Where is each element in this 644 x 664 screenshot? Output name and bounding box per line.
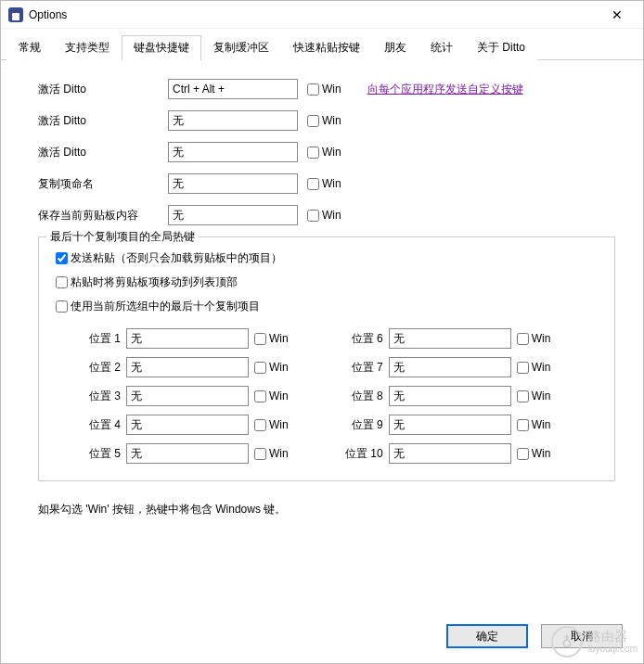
win-label: Win [269, 418, 289, 431]
position-row-9: 位置 9Win [344, 415, 551, 435]
position-label: 位置 7 [344, 360, 383, 376]
window-title: Options [29, 8, 67, 21]
position-win-8[interactable]: Win [517, 389, 551, 402]
position-label: 位置 5 [82, 446, 121, 462]
dialog-buttons: 确定 取消 [446, 624, 623, 648]
position-row-10: 位置 10Win [344, 443, 551, 464]
close-button[interactable]: ✕ [599, 1, 636, 29]
position-win-3[interactable]: Win [254, 389, 289, 402]
hotkey-row-2: 激活 DittoWin [38, 142, 615, 162]
win-label: Win [322, 114, 341, 127]
position-input-6[interactable] [389, 328, 511, 349]
hotkey-input-1[interactable] [168, 110, 298, 131]
position-row-7: 位置 7Win [344, 357, 551, 377]
position-input-5[interactable] [126, 443, 249, 464]
position-input-4[interactable] [126, 415, 249, 435]
position-row-2: 位置 2Win [82, 357, 289, 377]
tab-7[interactable]: 关于 Ditto [465, 35, 537, 60]
group-check-label: 使用当前所选组中的最后十个复制项目 [71, 299, 260, 314]
position-label: 位置 10 [344, 446, 383, 462]
ok-button[interactable]: 确定 [446, 624, 528, 648]
tab-1[interactable]: 支持类型 [53, 35, 122, 60]
position-input-8[interactable] [389, 386, 511, 406]
hotkey-label: 复制项命名 [38, 176, 159, 192]
tab-3[interactable]: 复制缓冲区 [201, 35, 281, 60]
win-label: Win [322, 209, 341, 222]
titlebar: Options ✕ [1, 1, 643, 29]
position-input-7[interactable] [389, 357, 511, 377]
win-label: Win [322, 83, 341, 96]
hotkey-row-0: 激活 DittoWin向每个应用程序发送自定义按键 [38, 79, 615, 99]
tab-strip: 常规支持类型键盘快捷键复制缓冲区快速粘贴按键朋友统计关于 Ditto [1, 29, 643, 60]
hotkey-input-0[interactable] [168, 79, 298, 99]
win-label: Win [322, 146, 341, 159]
position-label: 位置 6 [344, 331, 383, 347]
position-label: 位置 2 [82, 360, 121, 376]
tab-0[interactable]: 常规 [6, 35, 53, 60]
position-input-2[interactable] [126, 357, 249, 377]
group-check-2[interactable]: 使用当前所选组中的最后十个复制项目 [56, 299, 260, 314]
position-win-1[interactable]: Win [254, 332, 289, 345]
win-label: Win [322, 177, 341, 190]
group-check-0[interactable]: 发送粘贴（否则只会加载剪贴板中的项目） [56, 250, 282, 266]
position-input-9[interactable] [389, 415, 511, 435]
win-checkbox-4[interactable]: Win [307, 209, 341, 222]
win-label: Win [532, 447, 551, 460]
position-row-4: 位置 4Win [82, 415, 289, 435]
win-label: Win [269, 361, 289, 374]
position-row-8: 位置 8Win [344, 386, 551, 406]
group-check-1[interactable]: 粘贴时将剪贴板项移动到列表顶部 [56, 275, 238, 290]
hotkey-row-4: 保存当前剪贴板内容Win [38, 205, 615, 225]
hotkey-label: 激活 Ditto [38, 82, 159, 97]
win-checkbox-2[interactable]: Win [307, 146, 341, 159]
position-label: 位置 8 [344, 389, 383, 404]
win-checkbox-0[interactable]: Win [307, 83, 341, 96]
position-win-2[interactable]: Win [254, 361, 289, 374]
hotkey-label: 保存当前剪贴板内容 [38, 208, 159, 223]
tab-content: 激活 DittoWin向每个应用程序发送自定义按键激活 DittoWin激活 D… [1, 60, 643, 527]
win-checkbox-3[interactable]: Win [307, 177, 341, 190]
position-input-10[interactable] [389, 443, 511, 464]
position-row-3: 位置 3Win [82, 386, 289, 406]
tab-4[interactable]: 快速粘贴按键 [281, 35, 372, 60]
tab-5[interactable]: 朋友 [372, 35, 419, 60]
hotkey-row-3: 复制项命名Win [38, 173, 615, 194]
position-input-3[interactable] [126, 386, 249, 406]
position-label: 位置 9 [344, 417, 383, 433]
hotkey-input-4[interactable] [168, 205, 298, 225]
cancel-button[interactable]: 取消 [541, 624, 623, 648]
position-label: 位置 4 [82, 417, 121, 433]
group-check-label: 粘贴时将剪贴板项移动到列表顶部 [71, 275, 238, 290]
positions-grid: 位置 1Win位置 2Win位置 3Win位置 4Win位置 5Win 位置 6… [56, 328, 598, 464]
win-label: Win [532, 332, 551, 345]
hotkey-input-3[interactable] [168, 173, 298, 194]
position-label: 位置 3 [82, 389, 121, 404]
group-check-label: 发送粘贴（否则只会加载剪贴板中的项目） [71, 250, 282, 266]
hotkey-label: 激活 Ditto [38, 113, 159, 129]
send-custom-keys-link[interactable]: 向每个应用程序发送自定义按键 [367, 82, 523, 97]
tab-6[interactable]: 统计 [419, 35, 465, 60]
position-win-4[interactable]: Win [254, 418, 289, 431]
position-win-7[interactable]: Win [517, 361, 551, 374]
tab-2[interactable]: 键盘快捷键 [122, 35, 201, 60]
position-win-10[interactable]: Win [517, 447, 551, 460]
win-label: Win [269, 447, 289, 460]
win-label: Win [532, 361, 551, 374]
group-legend: 最后十个复制项目的全局热键 [46, 229, 199, 245]
position-win-6[interactable]: Win [517, 332, 551, 345]
position-label: 位置 1 [82, 331, 121, 347]
hotkey-label: 激活 Ditto [38, 145, 159, 160]
position-row-6: 位置 6Win [344, 328, 551, 349]
app-icon [8, 7, 23, 22]
win-label: Win [269, 332, 289, 345]
position-row-1: 位置 1Win [82, 328, 289, 349]
hotkey-input-2[interactable] [168, 142, 298, 162]
options-window: Options ✕ 常规支持类型键盘快捷键复制缓冲区快速粘贴按键朋友统计关于 D… [0, 0, 644, 664]
win-label: Win [269, 389, 289, 402]
win-note: 如果勾选 'Win' 按钮，热键中将包含 Windows 键。 [38, 502, 615, 517]
position-input-1[interactable] [126, 328, 249, 349]
position-win-5[interactable]: Win [254, 447, 289, 460]
position-win-9[interactable]: Win [517, 418, 551, 431]
win-checkbox-1[interactable]: Win [307, 114, 341, 127]
global-hotkeys-group: 最后十个复制项目的全局热键 发送粘贴（否则只会加载剪贴板中的项目）粘贴时将剪贴板… [38, 236, 615, 481]
